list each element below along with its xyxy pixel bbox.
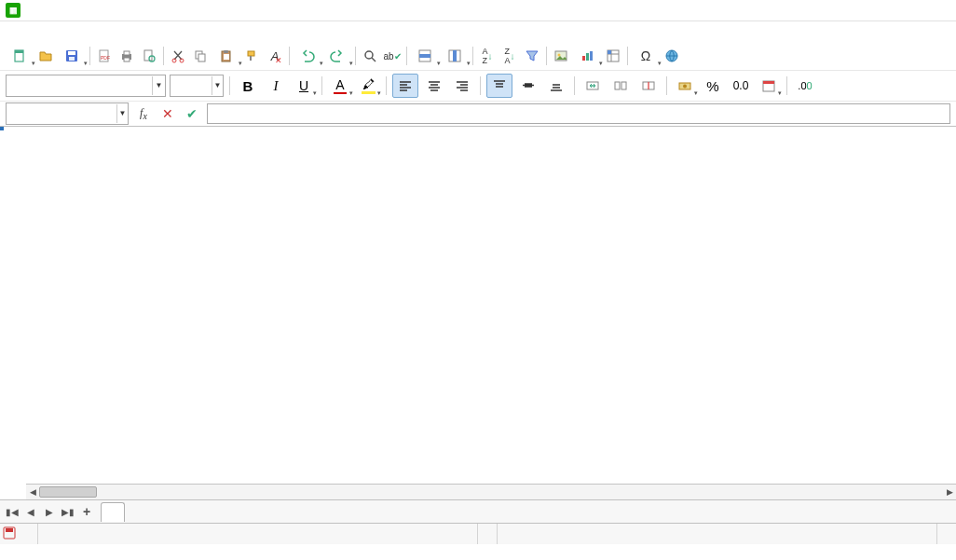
redo-button[interactable]: ▾ bbox=[323, 46, 351, 66]
svg-rect-22 bbox=[419, 54, 430, 58]
tab-last-button[interactable]: ▶▮ bbox=[60, 503, 76, 520]
svg-rect-31 bbox=[608, 50, 611, 54]
status-spacer bbox=[38, 524, 478, 544]
merge-cells-button[interactable] bbox=[580, 75, 605, 97]
svg-point-20 bbox=[365, 51, 373, 59]
column-button[interactable]: ▾ bbox=[441, 46, 469, 66]
svg-rect-28 bbox=[586, 53, 589, 61]
image-button[interactable] bbox=[551, 46, 571, 66]
print-preview-button[interactable] bbox=[139, 46, 159, 66]
underline-button[interactable]: U▾ bbox=[292, 75, 316, 97]
percent-button[interactable]: % bbox=[701, 75, 725, 97]
special-char-button[interactable]: Ω▾ bbox=[632, 46, 660, 66]
formula-input[interactable] bbox=[207, 103, 950, 124]
svg-rect-40 bbox=[763, 81, 774, 84]
svg-rect-3 bbox=[68, 51, 75, 55]
hyperlink-button[interactable] bbox=[662, 46, 682, 66]
scroll-thumb[interactable] bbox=[39, 486, 97, 498]
svg-rect-8 bbox=[124, 51, 130, 55]
row-button[interactable]: ▾ bbox=[411, 46, 439, 66]
status-sheet-info bbox=[19, 524, 38, 544]
scroll-right-icon[interactable]: ▶ bbox=[943, 485, 956, 499]
main-toolbar: ▾ ▾ PDF ▾ A✕ ▾ ▾ ab✔ ▾ ▾ AZ↓ ZA↓ ▾ Ω▾ bbox=[0, 42, 956, 71]
font-name-input[interactable] bbox=[7, 76, 152, 95]
dropdown-caret-icon[interactable]: ▼ bbox=[152, 76, 165, 95]
chart-button[interactable]: ▾ bbox=[573, 46, 601, 66]
number-format-button[interactable]: 0.0 bbox=[729, 75, 753, 97]
unmerge-cells-button[interactable] bbox=[608, 75, 633, 97]
svg-rect-1 bbox=[15, 50, 23, 53]
svg-rect-29 bbox=[590, 51, 593, 61]
font-name-combo[interactable]: ▼ bbox=[6, 75, 166, 97]
clear-formatting-button[interactable]: A✕ bbox=[265, 46, 285, 66]
find-button[interactable] bbox=[360, 46, 380, 66]
pivot-button[interactable] bbox=[603, 46, 623, 66]
status-spacer2 bbox=[498, 524, 937, 544]
split-cells-button[interactable] bbox=[636, 75, 661, 97]
autofilter-button[interactable] bbox=[522, 46, 542, 66]
sheet-grid[interactable]: ◀ ▶ bbox=[0, 127, 956, 499]
menubar bbox=[0, 21, 956, 42]
align-left-button[interactable] bbox=[392, 74, 418, 98]
status-language bbox=[937, 524, 956, 544]
dropdown-caret-icon[interactable]: ▼ bbox=[212, 76, 223, 95]
status-style bbox=[478, 524, 498, 544]
sheet-tab[interactable] bbox=[101, 502, 125, 522]
scroll-left-icon[interactable]: ◀ bbox=[26, 485, 39, 499]
svg-rect-34 bbox=[615, 82, 620, 89]
open-button[interactable] bbox=[35, 46, 56, 66]
add-decimal-button[interactable]: .00 bbox=[793, 75, 817, 97]
export-pdf-button[interactable]: PDF bbox=[94, 46, 115, 66]
svg-rect-27 bbox=[582, 56, 585, 61]
dropdown-caret-icon[interactable]: ▼ bbox=[116, 104, 128, 123]
highlight-button[interactable]: 🖍▾ bbox=[356, 75, 380, 97]
italic-button[interactable]: I bbox=[264, 75, 288, 97]
svg-rect-18 bbox=[224, 54, 229, 60]
tab-next-button[interactable]: ▶ bbox=[41, 503, 58, 520]
horizontal-scrollbar[interactable]: ◀ ▶ bbox=[26, 484, 956, 499]
cut-button[interactable] bbox=[168, 46, 188, 66]
align-right-button[interactable] bbox=[450, 75, 474, 97]
svg-rect-19 bbox=[248, 51, 254, 56]
add-sheet-button[interactable]: + bbox=[78, 503, 95, 520]
date-format-button[interactable]: ▾ bbox=[757, 75, 781, 97]
save-button[interactable]: ▾ bbox=[58, 46, 86, 66]
accept-button[interactable]: ✔ bbox=[183, 104, 201, 123]
sort-asc-button[interactable]: AZ↓ bbox=[477, 46, 498, 66]
font-size-combo[interactable]: ▼ bbox=[170, 75, 224, 97]
format-toolbar: ▼ ▼ B I U▾ A▾ 🖍▾ ▾ % 0.0 ▾ .00 bbox=[0, 71, 956, 102]
svg-rect-15 bbox=[198, 54, 205, 61]
svg-rect-35 bbox=[621, 82, 626, 89]
tab-first-button[interactable]: ▮◀ bbox=[4, 503, 20, 520]
bold-button[interactable]: B bbox=[236, 75, 260, 97]
tab-prev-button[interactable]: ◀ bbox=[22, 503, 39, 520]
svg-text:PDF: PDF bbox=[101, 55, 110, 61]
undo-button[interactable]: ▾ bbox=[294, 46, 321, 66]
align-bottom-button[interactable] bbox=[544, 75, 568, 97]
name-box[interactable]: ▼ bbox=[6, 102, 129, 125]
currency-button[interactable]: ▾ bbox=[673, 75, 697, 97]
paste-button[interactable]: ▾ bbox=[212, 46, 240, 66]
svg-rect-24 bbox=[453, 50, 457, 61]
svg-point-38 bbox=[683, 85, 687, 89]
app-icon: ▦ bbox=[6, 3, 20, 18]
sort-desc-button[interactable]: ZA↓ bbox=[499, 46, 520, 66]
name-box-input[interactable] bbox=[7, 104, 116, 123]
align-vcenter-button[interactable] bbox=[516, 75, 540, 97]
copy-button[interactable] bbox=[190, 46, 211, 66]
cancel-button[interactable]: ✕ bbox=[158, 104, 177, 123]
new-button[interactable]: ▾ bbox=[6, 46, 34, 66]
svg-rect-10 bbox=[144, 50, 152, 61]
align-center-button[interactable] bbox=[422, 75, 446, 97]
svg-rect-17 bbox=[224, 50, 228, 53]
clone-formatting-button[interactable] bbox=[242, 46, 263, 66]
formula-bar: ▼ fx ✕ ✔ bbox=[0, 102, 956, 127]
spellcheck-button[interactable]: ab✔ bbox=[382, 46, 403, 66]
print-button[interactable] bbox=[116, 46, 137, 66]
svg-rect-9 bbox=[124, 58, 130, 61]
font-size-input[interactable] bbox=[171, 76, 212, 95]
font-color-button[interactable]: A▾ bbox=[328, 75, 352, 97]
align-top-button[interactable] bbox=[486, 74, 512, 98]
function-wizard-button[interactable]: fx bbox=[134, 104, 153, 123]
status-bar bbox=[0, 523, 956, 544]
